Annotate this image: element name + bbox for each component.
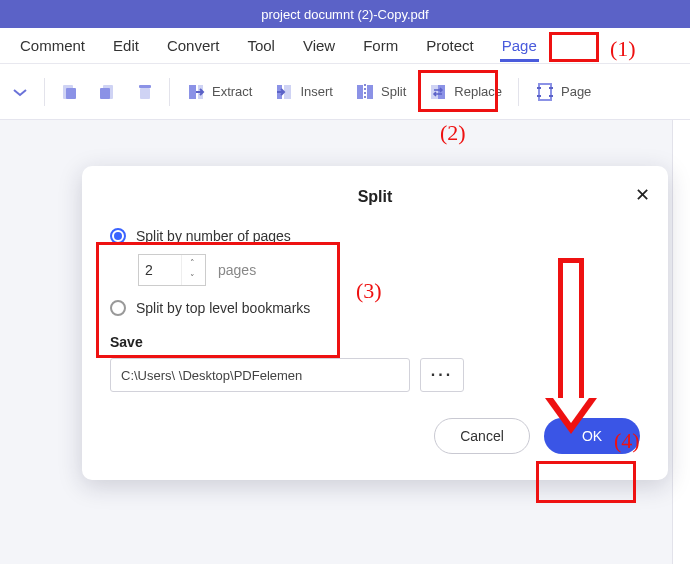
svg-rect-11 [367, 85, 373, 99]
split-label: Split [381, 84, 406, 99]
delete-page-button[interactable] [129, 76, 161, 108]
radio-icon[interactable] [110, 228, 126, 244]
pages-spinner[interactable]: ˄ ˅ [138, 254, 206, 286]
insert-button[interactable]: Insert [266, 76, 341, 108]
pages-spinner-row: ˄ ˅ pages [138, 254, 640, 286]
menu-page[interactable]: Page [488, 31, 551, 60]
extract-button[interactable]: Extract [178, 76, 260, 108]
svg-rect-3 [100, 88, 110, 99]
ok-button[interactable]: OK [544, 418, 640, 454]
svg-rect-1 [66, 88, 76, 99]
page-tool-button[interactable]: Page [527, 76, 599, 108]
option-split-by-bookmarks[interactable]: Split by top level bookmarks [110, 300, 640, 316]
svg-rect-13 [431, 85, 438, 99]
pages-unit-label: pages [218, 262, 256, 278]
insert-label: Insert [300, 84, 333, 99]
radio-icon[interactable] [110, 300, 126, 316]
cancel-button[interactable]: Cancel [434, 418, 530, 454]
option-split-by-pages[interactable]: Split by number of pages [110, 228, 640, 244]
extract-label: Extract [212, 84, 252, 99]
spinner-down-icon[interactable]: ˅ [182, 270, 203, 285]
page-tool-label: Page [561, 84, 591, 99]
option-label: Split by number of pages [136, 228, 291, 244]
svg-rect-5 [139, 85, 151, 88]
option-label: Split by top level bookmarks [136, 300, 310, 316]
svg-rect-6 [189, 85, 196, 99]
rotate-left-button[interactable] [53, 76, 85, 108]
toolbar-dropdown[interactable] [4, 76, 36, 108]
menu-form[interactable]: Form [349, 31, 412, 60]
split-button[interactable]: Split [347, 76, 414, 108]
svg-rect-15 [539, 84, 551, 100]
separator [44, 78, 45, 106]
menu-edit[interactable]: Edit [99, 31, 153, 60]
rotate-right-button[interactable] [91, 76, 123, 108]
save-path-field[interactable]: C:\Users\ \Desktop\PDFelemen [110, 358, 410, 392]
menu-bar: Comment Edit Convert Tool View Form Prot… [0, 28, 690, 64]
menu-view[interactable]: View [289, 31, 349, 60]
split-dialog: ✕ Split Split by number of pages ˄ ˅ pag… [82, 166, 668, 480]
content-area: ✕ Split Split by number of pages ˄ ˅ pag… [0, 120, 690, 564]
title-bar: project documnt (2)-Copy.pdf [0, 0, 690, 28]
document-title: project documnt (2)-Copy.pdf [261, 7, 428, 22]
close-icon[interactable]: ✕ [635, 184, 650, 206]
save-section-label: Save [110, 334, 640, 350]
page-toolbar: Extract Insert Split Replace Page [0, 64, 690, 120]
page-edge [672, 120, 690, 564]
svg-rect-14 [438, 85, 445, 99]
menu-convert[interactable]: Convert [153, 31, 234, 60]
spinner-up-icon[interactable]: ˄ [182, 255, 203, 270]
svg-rect-4 [140, 88, 150, 99]
replace-label: Replace [454, 84, 502, 99]
menu-protect[interactable]: Protect [412, 31, 488, 60]
separator [169, 78, 170, 106]
replace-button[interactable]: Replace [420, 76, 510, 108]
browse-button[interactable]: ··· [420, 358, 464, 392]
separator [518, 78, 519, 106]
svg-rect-10 [357, 85, 363, 99]
dialog-title: Split [110, 188, 640, 206]
pages-value-input[interactable] [139, 255, 181, 285]
menu-tool[interactable]: Tool [233, 31, 289, 60]
menu-comment[interactable]: Comment [6, 31, 99, 60]
